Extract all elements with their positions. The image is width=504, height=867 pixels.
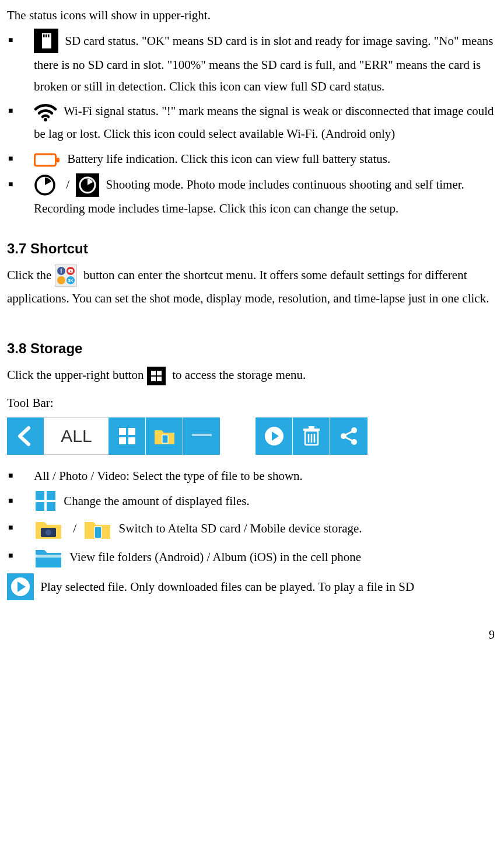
toolbar-grid-button[interactable] xyxy=(108,417,146,455)
status-icon-list: SD card status. "OK" means SD card is in… xyxy=(7,30,497,220)
svg-rect-2 xyxy=(46,34,47,37)
photo-mode-icon xyxy=(34,173,56,196)
svg-line-42 xyxy=(345,437,352,441)
battery-icon xyxy=(34,148,61,170)
storage-item-play: .no-bullet::before{content:none!importan… xyxy=(7,574,497,601)
svg-rect-43 xyxy=(36,491,44,500)
svg-rect-46 xyxy=(47,502,55,511)
storage-item-grid: Change the amount of displayed files. xyxy=(7,490,497,514)
storage-paragraph: Click the upper-right button to access t… xyxy=(7,364,497,387)
toolbar-play-button[interactable] xyxy=(256,417,293,455)
heading-shortcut: 3.7 Shortcut xyxy=(7,236,497,261)
status-item-wifi: Wi-Fi signal status. "!" mark means the … xyxy=(7,100,497,145)
status-item-battery: Battery life indication. Click this icon… xyxy=(7,148,497,171)
svg-rect-10 xyxy=(55,264,77,287)
svg-rect-27 xyxy=(128,437,135,444)
status-text: Wi-Fi signal status. "!" mark means the … xyxy=(34,104,494,141)
toolbar-back-button[interactable] xyxy=(7,417,44,455)
status-text: Battery life indication. Click this icon… xyxy=(67,152,390,166)
svg-line-41 xyxy=(345,431,352,435)
storage-item-switch: / Switch to Atelta SD card / Mobile devi… xyxy=(7,517,497,542)
shortcut-apps-icon: f 3K xyxy=(55,264,77,287)
svg-rect-20 xyxy=(151,371,156,375)
status-text: SD card status. "OK" means SD card is in… xyxy=(34,34,493,93)
svg-rect-25 xyxy=(128,428,135,435)
toolbar-delete-button[interactable] xyxy=(293,417,330,455)
wifi-icon xyxy=(34,100,57,122)
storage-items-list: All / Photo / Video: Select the type of … xyxy=(7,465,497,601)
svg-rect-50 xyxy=(36,555,61,558)
svg-rect-24 xyxy=(119,428,126,435)
svg-rect-29 xyxy=(192,434,212,436)
svg-rect-23 xyxy=(157,377,162,381)
svg-rect-44 xyxy=(47,491,55,500)
svg-rect-45 xyxy=(36,502,44,511)
status-item-sd: SD card status. "OK" means SD card is in… xyxy=(7,30,497,98)
toolbar-phone-folder-button[interactable] xyxy=(183,417,220,455)
svg-point-48 xyxy=(46,530,51,535)
status-item-mode: / Shooting mode. Photo mode includes con… xyxy=(7,174,497,219)
svg-rect-19 xyxy=(147,367,166,385)
toolbar-device-folder-button[interactable] xyxy=(146,417,183,455)
heading-storage: 3.8 Storage xyxy=(7,336,497,361)
svg-rect-33 xyxy=(303,429,320,431)
svg-rect-34 xyxy=(309,426,314,429)
svg-rect-5 xyxy=(35,154,56,166)
page-number: 9 xyxy=(7,625,497,645)
svg-rect-28 xyxy=(162,435,168,443)
grid-icon xyxy=(34,489,57,513)
toolbar-all-label[interactable]: ALL xyxy=(44,417,108,455)
svg-rect-3 xyxy=(48,34,50,37)
toolbar-label: Tool Bar: xyxy=(7,392,497,414)
blue-folder-icon xyxy=(34,544,63,570)
svg-point-4 xyxy=(44,118,47,121)
slash: / xyxy=(73,521,76,535)
play-icon xyxy=(7,573,34,600)
phone-folder-icon xyxy=(83,516,112,541)
svg-rect-49 xyxy=(94,527,102,538)
slash: / xyxy=(66,177,69,191)
svg-rect-1 xyxy=(43,34,45,37)
storage-item-folders: View file folders (Android) / Album (iOS… xyxy=(7,545,497,571)
shortcut-paragraph: Click the f 3K button can enter the shor… xyxy=(7,264,497,309)
record-mode-icon xyxy=(76,173,99,196)
toolbar-share-button[interactable] xyxy=(330,417,368,455)
svg-rect-21 xyxy=(157,371,162,375)
svg-rect-6 xyxy=(57,158,60,162)
storage-toolbar: ALL xyxy=(7,417,497,455)
camera-folder-icon xyxy=(34,516,63,541)
storage-item-filter: All / Photo / Video: Select the type of … xyxy=(7,465,497,487)
svg-rect-26 xyxy=(119,437,126,444)
sd-card-icon xyxy=(34,29,58,53)
svg-point-16 xyxy=(57,276,65,284)
svg-text:3K: 3K xyxy=(68,278,73,283)
intro-text: The status icons will show in upper-righ… xyxy=(7,5,497,26)
storage-access-icon xyxy=(147,364,166,386)
svg-rect-22 xyxy=(151,377,156,381)
